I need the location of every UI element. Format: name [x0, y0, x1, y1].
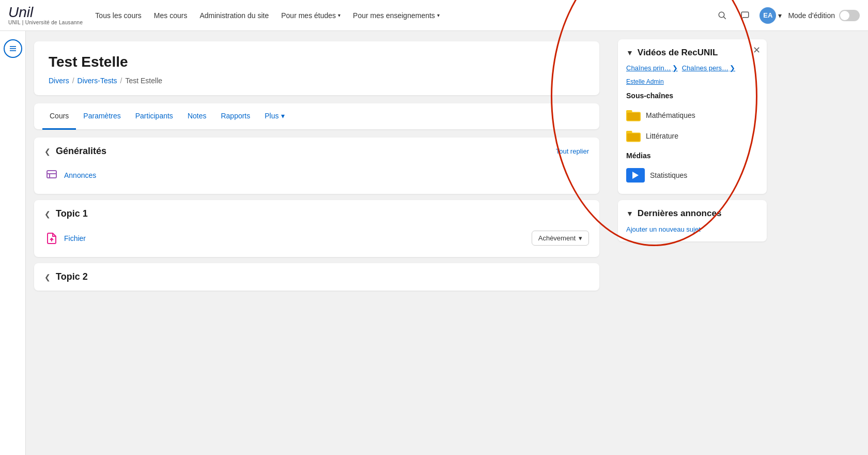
section-content-generalites: Annonces: [44, 163, 589, 186]
tabs-bar: Cours Paramètres Participants Notes Rapp…: [34, 103, 599, 129]
widget-title-row: ▼ Vidéos de RecUNIL: [626, 48, 758, 58]
breadcrumb-divers-tests[interactable]: Divers-Tests: [78, 77, 117, 85]
estelle-admin-link[interactable]: Estelle Admin: [626, 78, 664, 85]
course-header-card: Test Estelle Divers / Divers-Tests / Tes…: [34, 41, 599, 95]
edit-mode-switch[interactable]: [839, 10, 860, 21]
content-area: Test Estelle Divers / Divers-Tests / Tes…: [26, 31, 610, 455]
breadcrumb-divers[interactable]: Divers: [49, 77, 69, 85]
chain-links: Chaînes prin… ❯ Chaînes pers… ❯: [626, 64, 758, 72]
close-button[interactable]: ✕: [753, 46, 761, 55]
user-chevron-icon: ▾: [778, 11, 782, 20]
section-topic1: ❮ Topic 1 Fichier: [34, 200, 599, 257]
svg-rect-10: [627, 113, 640, 120]
resource-annonces: Annonces: [44, 165, 589, 186]
forum-icon: [44, 168, 59, 183]
tab-notes[interactable]: Notes: [180, 103, 214, 130]
folder-mathematiques-icon: [626, 108, 641, 123]
nav-tous-cours[interactable]: Tous les cours: [95, 11, 141, 20]
section-title-generalites: Généralités: [56, 146, 106, 157]
medias-title: Médias: [626, 151, 758, 160]
annonces-title: Dernières annonces: [638, 208, 722, 219]
nav-administration[interactable]: Administration du site: [199, 11, 269, 20]
chevron-down-icon: ▾: [281, 112, 285, 120]
logo-sub: UNIL | Université de Lausanne: [8, 20, 83, 25]
sub-chain-mathematiques[interactable]: Mathématiques: [626, 105, 758, 126]
search-icon[interactable]: [714, 7, 731, 24]
right-sidebar: ✕ ▼ Vidéos de RecUNIL Chaînes prin… ❯ Ch…: [610, 31, 775, 455]
chevron-down-icon: ▾: [437, 12, 440, 18]
user-menu[interactable]: EA ▾: [760, 7, 782, 24]
section-topic2: ❮ Topic 2: [34, 263, 599, 291]
recunil-widget: ✕ ▼ Vidéos de RecUNIL Chaînes prin… ❯ Ch…: [618, 39, 767, 194]
section-generalites: ❮ Généralités Tout replier Annonces: [34, 138, 599, 194]
chevron-right-icon: ❯: [730, 64, 735, 72]
tab-plus[interactable]: Plus ▾: [257, 103, 291, 130]
navbar-right: EA ▾ Mode d'édition: [714, 7, 860, 24]
course-title: Test Estelle: [49, 54, 585, 70]
annonces-widget-title-row: ▼ Dernières annonces: [626, 208, 758, 219]
svg-rect-13: [627, 133, 640, 141]
nav-mes-cours[interactable]: Mes cours: [154, 11, 188, 20]
svg-point-0: [719, 12, 725, 18]
user-avatar: EA: [760, 7, 776, 24]
chevron-down-icon: ▾: [338, 12, 340, 18]
breadcrumb: Divers / Divers-Tests / Test Estelle: [49, 77, 585, 85]
tab-rapports[interactable]: Rapports: [213, 103, 257, 130]
breadcrumb-sep-2: /: [120, 77, 122, 85]
section-title-row: ❮ Généralités: [44, 146, 106, 157]
annonces-link[interactable]: Annonces: [64, 171, 96, 179]
chaines-principales-link[interactable]: Chaînes prin… ❯: [626, 64, 678, 72]
resource-fichier: Fichier Achèvement ▾: [44, 228, 589, 249]
add-topic-link[interactable]: Ajouter un nouveau sujet: [626, 225, 701, 233]
nav-mes-etudes[interactable]: Pour mes études ▾: [281, 11, 340, 20]
section-content-topic1: Fichier Achèvement ▾: [44, 225, 589, 249]
section-title-row-2: ❮ Topic 2: [44, 271, 88, 282]
video-statistiques-icon: [626, 168, 645, 183]
annonces-chevron-icon[interactable]: ▼: [626, 209, 633, 218]
section-header-topic2: ❮ Topic 2: [44, 271, 589, 282]
logo[interactable]: Unil UNIL | Université de Lausanne: [8, 5, 83, 25]
media-statistiques[interactable]: Statistiques: [626, 165, 758, 186]
navbar: Unil UNIL | Université de Lausanne Tous …: [0, 0, 868, 31]
nav-mes-enseignements[interactable]: Pour mes enseignements ▾: [353, 11, 440, 20]
nav-menu: Tous les cours Mes cours Administration …: [95, 11, 702, 20]
widget-chevron-icon[interactable]: ▼: [626, 49, 633, 57]
section-title-topic1: Topic 1: [56, 208, 88, 219]
folder-litterature-icon: [626, 129, 641, 143]
messages-icon[interactable]: [737, 7, 753, 24]
logo-text: Unil: [8, 5, 33, 20]
section-header-generalites: ❮ Généralités Tout replier: [44, 146, 589, 157]
sidebar-toggle-button[interactable]: [4, 39, 22, 58]
edit-mode-toggle: Mode d'édition: [788, 10, 860, 21]
breadcrumb-sep-1: /: [72, 77, 74, 85]
section-collapse-icon-2[interactable]: ❮: [44, 273, 51, 281]
tab-parametres[interactable]: Paramètres: [76, 103, 128, 130]
section-title-row-1: ❮ Topic 1: [44, 208, 88, 219]
completion-button[interactable]: Achèvement ▾: [532, 231, 589, 246]
sidebar-toggle-panel: [0, 31, 26, 455]
section-header-topic1: ❮ Topic 1: [44, 208, 589, 219]
section-collapse-icon[interactable]: ❮: [44, 147, 51, 156]
chaines-perso-link[interactable]: Chaînes pers… ❯: [682, 64, 735, 72]
sub-chain-litterature[interactable]: Littérature: [626, 126, 758, 146]
sous-chaines-title: Sous-chaînes: [626, 92, 758, 100]
svg-line-1: [724, 17, 726, 19]
tab-participants[interactable]: Participants: [128, 103, 180, 130]
file-upload-icon: [44, 231, 59, 246]
chevron-right-icon: ❯: [672, 64, 678, 72]
recunil-title: Vidéos de RecUNIL: [638, 48, 718, 58]
section-title-topic2: Topic 2: [56, 271, 88, 282]
annonces-widget: ▼ Dernières annonces Ajouter un nouveau …: [618, 200, 767, 241]
breadcrumb-current: Test Estelle: [125, 77, 162, 85]
tab-cours[interactable]: Cours: [42, 103, 76, 130]
main-layout: Test Estelle Divers / Divers-Tests / Tes…: [0, 31, 868, 455]
fichier-link[interactable]: Fichier: [64, 234, 86, 242]
section-collapse-icon-1[interactable]: ❮: [44, 210, 51, 218]
chevron-down-icon: ▾: [579, 234, 582, 242]
tout-replier-button[interactable]: Tout replier: [556, 147, 589, 155]
